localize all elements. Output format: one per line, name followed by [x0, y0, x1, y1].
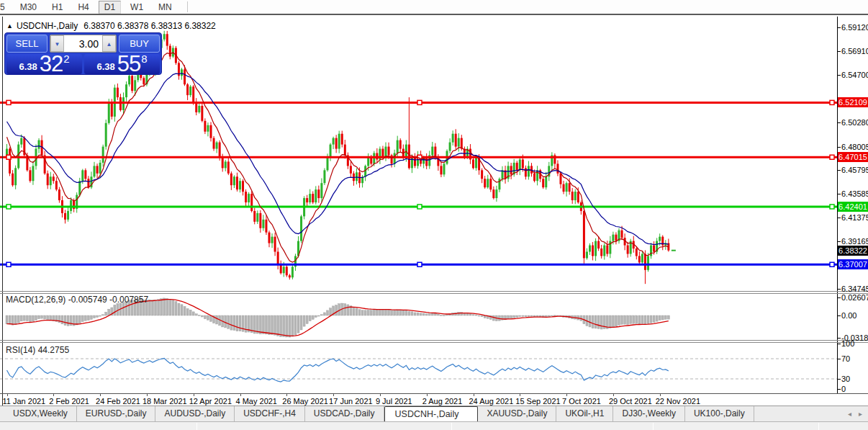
- chart-tab-usdcad-daily[interactable]: USDCAD-,Daily: [305, 406, 384, 421]
- date-axis-tick-mark: [474, 393, 474, 396]
- date-axis-label: 4 May 2021: [236, 397, 277, 406]
- price-axis-tick: 6.45795: [841, 166, 868, 174]
- volume-input[interactable]: [64, 35, 102, 52]
- rsi-axis-tick: 30: [841, 375, 868, 383]
- timeframe-button-MN[interactable]: MN: [153, 1, 178, 14]
- chart-tab-eurusd-daily[interactable]: EURUSD-,Daily: [77, 406, 156, 421]
- price-level-badge: 6.52109: [838, 97, 868, 107]
- series-end-marker: [672, 250, 676, 251]
- pane-separator[interactable]: [0, 291, 868, 292]
- toolbar-separator: [187, 1, 188, 12]
- price-axis-tick: 6.34745: [841, 285, 868, 293]
- chart-tab-audusd-daily[interactable]: AUDUSD-,Daily: [155, 406, 235, 421]
- date-axis-label: 11 Jan 2021: [3, 397, 46, 406]
- date-axis-label: 26 May 2021: [282, 397, 328, 406]
- chart-tab-usdx-weekly[interactable]: USDX,Weekly: [4, 406, 77, 421]
- price-level-badge: 6.42401: [838, 202, 868, 212]
- tab-scroll-right-icon[interactable]: ▸: [859, 410, 862, 418]
- rsi-axis-tick-mark: [837, 344, 841, 344]
- rsi-axis-tick-mark: [837, 359, 841, 359]
- buy-button[interactable]: BUY: [119, 35, 160, 53]
- line-handle[interactable]: [6, 100, 11, 104]
- collapse-ohlc-icon[interactable]: ▲: [6, 22, 13, 30]
- price-axis-tick-mark: [837, 51, 841, 52]
- chart-tab-uk100-daily[interactable]: UK100-,Daily: [685, 406, 754, 421]
- macd-axis-tick: 0.00: [841, 311, 868, 320]
- chart-tab-xauusd-daily[interactable]: XAUUSD-,Daily: [478, 406, 556, 421]
- date-axis-tick-mark: [427, 393, 428, 396]
- date-axis-tick-mark: [53, 393, 54, 396]
- line-handle[interactable]: [830, 100, 834, 104]
- rsi-axis-tick: 100: [841, 339, 868, 348]
- timeframe-button-W1[interactable]: W1: [125, 1, 149, 14]
- line-handle[interactable]: [830, 262, 834, 266]
- date-axis-tick-mark: [660, 393, 661, 396]
- line-handle[interactable]: [417, 100, 422, 104]
- rsi-axis-tick-mark: [837, 379, 841, 380]
- sell-price-main: 32: [40, 55, 63, 73]
- tab-scroll-left-icon[interactable]: ◂: [848, 410, 851, 418]
- status-divider: [818, 423, 819, 430]
- line-handle[interactable]: [830, 205, 834, 209]
- date-axis-tick-mark: [240, 393, 241, 396]
- price-axis-tick-mark: [837, 75, 841, 76]
- line-handle[interactable]: [6, 205, 11, 209]
- chart-tab-dj30-weekly[interactable]: DJ30-,Weekly: [613, 406, 684, 421]
- price-axis-tick-mark: [837, 194, 841, 194]
- line-handle[interactable]: [6, 155, 11, 159]
- sell-price-pip: 2: [63, 53, 69, 65]
- line-handle[interactable]: [417, 262, 422, 266]
- status-divider: [653, 423, 654, 430]
- pane-separator[interactable]: [0, 293, 868, 294]
- date-axis-tick-mark: [7, 393, 8, 396]
- price-axis-tick: 6.54700: [841, 71, 868, 79]
- price-axis-tick-mark: [837, 27, 841, 28]
- sell-price-display[interactable]: 6.38 32 2: [6, 54, 82, 74]
- timeframe-button-H1[interactable]: H1: [46, 1, 68, 14]
- price-axis-tick-mark: [837, 170, 841, 171]
- price-axis-tick: 6.50280: [841, 118, 868, 127]
- timeframe-button-M30[interactable]: M30: [14, 1, 42, 14]
- date-axis-tick-mark: [100, 393, 101, 396]
- pane-separator[interactable]: [0, 340, 868, 341]
- macd-axis-tick-mark: [837, 315, 841, 316]
- price-axis-tick-mark: [837, 147, 841, 148]
- buy-price-display[interactable]: 6.38 55 8: [84, 54, 160, 74]
- rsi-indicator-label: RSI(14) 44.2755: [6, 345, 69, 355]
- sell-button[interactable]: SELL: [6, 35, 48, 53]
- date-axis-tick-mark: [520, 393, 520, 396]
- volume-stepper: ▼ ▲: [50, 35, 117, 53]
- date-axis-tick-mark: [286, 393, 287, 396]
- chart-tab-usdcnh-daily[interactable]: USDCNH-,Daily: [384, 406, 479, 421]
- date-axis-label: 18 Mar 2021: [143, 397, 187, 406]
- price-level-badge: 6.37007: [838, 259, 868, 269]
- macd-axis-tick: 0.02607: [841, 293, 868, 302]
- date-axis-label: 22 Nov 2021: [656, 397, 700, 406]
- volume-decrease-icon[interactable]: ▼: [50, 35, 64, 52]
- sell-price-prefix: 6.38: [19, 61, 37, 72]
- buy-price-main: 55: [117, 55, 140, 73]
- chart-tab-usdchf-h4[interactable]: USDCHF-,H4: [235, 406, 305, 421]
- chart-tab-ukoil-h1[interactable]: UKOil-,H1: [556, 406, 613, 421]
- volume-increase-icon[interactable]: ▲: [102, 35, 116, 52]
- current-price-badge: 6.38322: [838, 246, 868, 256]
- line-handle[interactable]: [6, 262, 11, 266]
- date-axis-tick-mark: [194, 393, 194, 396]
- line-handle[interactable]: [417, 205, 422, 209]
- line-handle[interactable]: [830, 155, 834, 159]
- status-divider: [451, 423, 452, 430]
- pane-separator[interactable]: [0, 342, 868, 343]
- date-axis-label: 29 Oct 2021: [609, 397, 652, 406]
- chart-ohlc-values: 6.38370 6.38378 6.38313 6.38322: [83, 21, 216, 31]
- timeframe-button-H4[interactable]: H4: [72, 1, 94, 14]
- rsi-axis-tick-mark: [837, 389, 841, 390]
- chart-title: ▲USDCNH-,Daily6.38370 6.38378 6.38313 6.…: [6, 21, 216, 31]
- timeframe-button-D1[interactable]: D1: [99, 1, 121, 14]
- timeframe-button-5[interactable]: 5: [0, 1, 11, 14]
- rsi-line: [7, 359, 669, 382]
- date-axis-tick-mark: [613, 393, 614, 396]
- date-axis-label: 7 Oct 2021: [562, 397, 601, 406]
- date-axis-label: 2 Aug 2021: [422, 397, 463, 406]
- date-axis-tick-mark: [566, 393, 567, 396]
- timeframe-toolbar: 5M30H1H4D1W1MN: [0, 0, 868, 15]
